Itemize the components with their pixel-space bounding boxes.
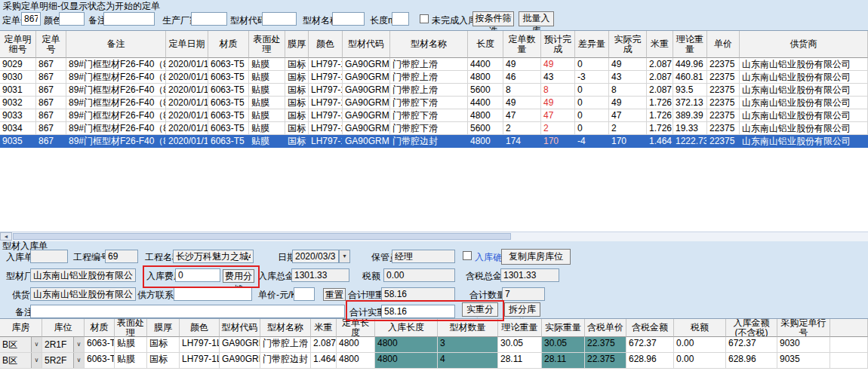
reset-button[interactable]: 重置	[323, 288, 346, 301]
cell-film: 国标	[285, 109, 309, 122]
cell-house[interactable]: B区∨	[0, 353, 42, 369]
total-theory-input[interactable]	[381, 287, 455, 301]
cell-exp: 170	[541, 135, 575, 148]
table-row[interactable]: 902986789#门框型材F26-F40（866+867）2020/01/13…	[0, 58, 868, 71]
cell-qty: 174	[503, 135, 541, 148]
note-input[interactable]	[30, 305, 345, 318]
factory-input[interactable]	[30, 268, 136, 282]
cell-date: 2020/01/13	[166, 135, 208, 148]
contact-input[interactable]	[174, 287, 252, 301]
cell-aw: 30.05	[542, 337, 585, 353]
total-actual-input[interactable]	[381, 305, 455, 318]
keeper-input[interactable]	[392, 250, 455, 263]
cell-date: 2020/01/13	[166, 71, 208, 84]
actual-allocate-button[interactable]: 实重分摊	[462, 302, 498, 317]
filter-button[interactable]: 按条件筛选	[472, 11, 514, 26]
po-detail-table: 定单明细号定单号备注定单日期材质表面处理膜厚颜色型材代码型材名称长度定单数量预计…	[0, 30, 868, 232]
table-row[interactable]: B区∨2R1F∨6063-T5贴膜国标LH797-1LL0GA90GRM03门带…	[0, 337, 868, 353]
cell-surf: 贴膜	[249, 58, 285, 71]
cell-tw: 19.33	[673, 122, 707, 135]
chevron-down-icon[interactable]: ∨	[31, 353, 42, 368]
cell-diff: 0	[575, 84, 609, 97]
col-header-note: 备注	[66, 31, 166, 58]
table-row[interactable]: 903086789#门框型材F26-F40（866+867）2020/01/13…	[0, 71, 868, 84]
chevron-down-icon[interactable]: ∨	[31, 337, 42, 352]
table-row[interactable]: 903286789#门框型材F26-F40（866+867）2020/01/13…	[0, 97, 868, 109]
col-header-mat: 材质	[85, 319, 115, 337]
unit-price-input[interactable]	[294, 287, 315, 301]
table-row[interactable]: 903186789#门框型材F26-F40（866+867）2020/01/13…	[0, 84, 868, 97]
split-location-button[interactable]: 拆分库位	[504, 302, 540, 317]
hscrollbar-thumb[interactable]	[13, 233, 511, 240]
table-row[interactable]: B区∨5R2F∨6063-T5贴膜国标LH797-1LL0GA90GRM05门带…	[0, 353, 868, 369]
cell-name: 门带腔上滑	[390, 71, 468, 84]
cell-exp: 49	[541, 58, 575, 71]
date-dropdown-icon[interactable]: ▾	[339, 250, 350, 263]
total-qty-input[interactable]	[502, 287, 545, 301]
cell-tw: 372.13	[673, 97, 707, 109]
cell-tax: 0.00	[674, 337, 726, 353]
project-name-input[interactable]	[173, 250, 254, 263]
length-filter-input[interactable]	[392, 12, 409, 26]
cell-price: 22375	[707, 71, 740, 84]
col-header-order: 定单号	[36, 31, 66, 58]
chevron-down-icon[interactable]: ∨	[73, 353, 84, 368]
scroll-left-icon[interactable]: ◄	[0, 232, 12, 241]
cell-color: LH797-1LL0	[180, 353, 220, 369]
order-no-input[interactable]	[21, 12, 41, 26]
cell-act: 49	[609, 58, 647, 71]
cell-filler	[830, 353, 868, 369]
vendor-filter-input[interactable]	[191, 12, 227, 26]
cell-name: 门带腔边封	[260, 353, 311, 369]
color-filter-input[interactable]	[59, 12, 85, 26]
col-header-qty: 型材数量	[438, 319, 498, 337]
project-no-input[interactable]	[105, 250, 138, 263]
cell-detail: 9032	[0, 97, 36, 109]
col-header-date: 定单日期	[166, 31, 208, 58]
supplier-input[interactable]	[30, 287, 136, 301]
code-filter-input[interactable]	[262, 12, 297, 26]
cell-tw: 449.96	[673, 58, 707, 71]
table-row[interactable]: 903586789#门框型材F26-F40（866+867）2020/01/13…	[0, 135, 868, 148]
chevron-down-icon[interactable]: ∨	[73, 337, 84, 352]
tax-input[interactable]	[383, 268, 455, 282]
table-row[interactable]: 903386789#门框型材F26-F40（866+867）2020/01/13…	[0, 109, 868, 122]
date-input[interactable]	[292, 250, 339, 263]
cell-act: 170	[609, 135, 647, 148]
total-with-tax-input[interactable]	[500, 268, 559, 282]
cell-surf: 贴膜	[249, 135, 285, 148]
total-amount-input[interactable]	[291, 268, 349, 282]
cell-price: 22375	[707, 109, 740, 122]
fee-allocate-button[interactable]: 费用分摊	[223, 269, 254, 283]
cell-diff: 0	[575, 97, 609, 109]
po-table-hscrollbar[interactable]: ◄	[0, 231, 868, 241]
name-filter-input[interactable]	[332, 12, 365, 26]
cell-surf: 贴膜	[249, 122, 285, 135]
inbound-no-input[interactable]	[30, 250, 68, 263]
cell-order: 867	[36, 97, 66, 109]
fee-input[interactable]	[175, 268, 220, 282]
cell-mw: 1.464	[311, 353, 337, 369]
cell-act: 8	[609, 84, 647, 97]
unfinished-checkbox[interactable]	[420, 14, 429, 23]
cell-color: LH797-1LL0	[309, 97, 343, 109]
cell-mw: 1.726	[647, 97, 673, 109]
cell-name: 门带腔下滑	[390, 97, 468, 109]
cell-house[interactable]: B区∨	[0, 337, 42, 353]
copy-location-button[interactable]: 复制库房库位	[501, 249, 571, 265]
cell-mat: 6063-T5	[85, 353, 115, 369]
inbound-confirm-checkbox[interactable]	[463, 251, 472, 260]
cell-mw: 2.087	[311, 337, 337, 353]
batch-inbound-button[interactable]: 批量入库	[519, 11, 554, 26]
cell-loc[interactable]: 2R1F∨	[42, 337, 85, 353]
cell-color: LH797-1LL0	[309, 58, 343, 71]
col-header-film: 膜厚	[147, 319, 180, 337]
cell-film: 国标	[285, 71, 309, 84]
note-filter-input[interactable]	[103, 12, 155, 26]
table-row[interactable]: 903486789#门框型材F26-F40（866+867）2020/01/13…	[0, 122, 868, 135]
cell-color: LH797-1LL0	[309, 84, 343, 97]
col-header-act: 实际完成	[609, 31, 647, 58]
cell-date: 2020/01/13	[166, 84, 208, 97]
cell-loc[interactable]: 5R2F∨	[42, 353, 85, 369]
cell-tw: 389.39	[673, 109, 707, 122]
